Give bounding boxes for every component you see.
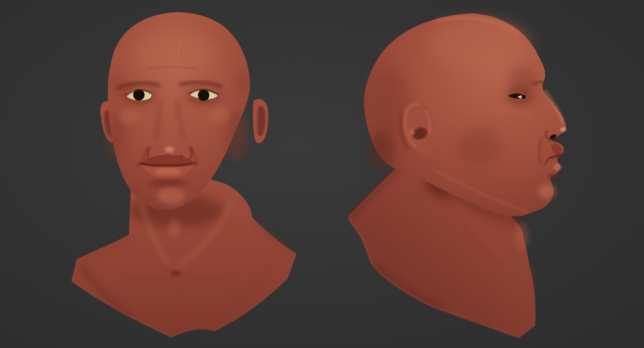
sculpt-viewport [0,0,644,348]
clay-sculpt-render [0,0,644,348]
